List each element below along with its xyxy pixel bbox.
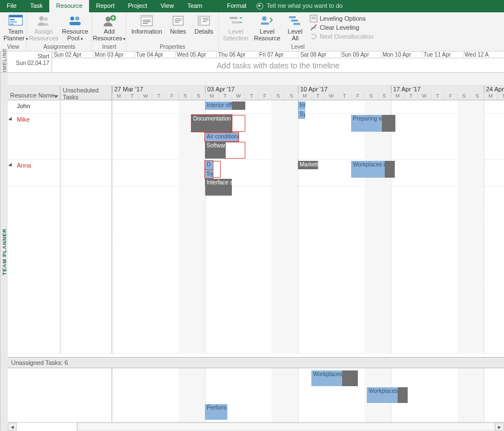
col-unscheduled[interactable]: Unscheduled Tasks — [60, 86, 112, 100]
information-button[interactable]: Information — [130, 13, 164, 35]
menu-file[interactable]: File — [0, 0, 24, 12]
task-bar[interactable]: Int — [298, 101, 305, 110]
svg-rect-32 — [293, 23, 300, 25]
resource-chart-area[interactable]: DSyInterface setupMarketiWorkplaces expo… — [112, 160, 504, 186]
menu-team[interactable]: Team — [180, 0, 209, 12]
task-bar[interactable] — [398, 387, 408, 403]
empty-row-area[interactable] — [8, 187, 504, 354]
unscheduled-cell[interactable] — [60, 160, 112, 186]
resource-chart-area[interactable]: Documentation creationAir conditionersSo… — [112, 114, 504, 159]
task-bar[interactable]: Workplaces importation — [367, 387, 398, 403]
day-letter: S — [470, 93, 484, 100]
menu-resource[interactable]: Resource — [49, 0, 89, 12]
scroll-track[interactable] — [77, 423, 495, 431]
level-all-button[interactable]: Level All — [285, 13, 305, 41]
task-bar[interactable] — [382, 115, 395, 132]
week-label: 17 Apr '17 — [391, 86, 421, 93]
timeline-start-label: Start — [8, 53, 49, 60]
task-bar[interactable]: Marketi — [298, 161, 318, 169]
level-small-buttons: Leveling Options Clear Leveling Next Ove… — [310, 13, 374, 40]
task-bar[interactable] — [225, 142, 245, 159]
svg-rect-4 — [10, 24, 13, 25]
task-bar[interactable]: Air conditioners — [205, 133, 239, 141]
timeline-placeholder[interactable]: Add tasks with dates to the timeline — [52, 58, 504, 72]
tell-me-search[interactable]: Tell me what you want to do — [253, 0, 347, 12]
day-letter: F — [258, 93, 272, 100]
resource-name-cell[interactable]: John — [8, 100, 60, 113]
resource-row[interactable]: AnnaDSyInterface setupMarketiWorkplaces … — [8, 160, 504, 187]
timeline-vert-label[interactable]: TIMELINE — [0, 52, 8, 72]
leveling-options-button[interactable]: Leveling Options — [310, 15, 374, 22]
task-bar[interactable]: Preparing workplaces — [351, 115, 382, 132]
timeline-start-block: Start Sun 02.04.17 — [8, 52, 52, 72]
svg-rect-1 — [9, 15, 22, 17]
level-resource-icon — [260, 15, 274, 27]
task-bar[interactable] — [232, 101, 245, 110]
timeline-day: Tue 04 Apr — [134, 52, 175, 58]
svg-rect-34 — [311, 17, 316, 17]
timeline-main[interactable]: Sun 02 AprMon 03 AprTue 04 AprWed 05 Apr… — [52, 52, 504, 72]
scroll-right-button[interactable]: ► — [495, 423, 504, 431]
day-letter: T — [431, 93, 444, 100]
task-bar[interactable] — [232, 115, 245, 132]
day-letter: T — [125, 93, 139, 100]
col-resource-name[interactable]: Resource Name — [8, 86, 60, 100]
resource-row[interactable]: MikeDocumentation creationAir conditione… — [8, 114, 504, 160]
day-letter: S — [457, 93, 470, 100]
menu-format[interactable]: Format — [220, 0, 253, 12]
unscheduled-cell[interactable] — [60, 100, 112, 113]
planner-timescale[interactable]: 27 Mar '1703 Apr '1710 Apr '1717 Apr '17… — [112, 86, 504, 100]
timeline-day: Fri 07 Apr — [258, 52, 298, 58]
task-bar[interactable] — [342, 370, 358, 386]
task-bar[interactable]: Interior office — [205, 101, 232, 110]
svg-rect-15 — [143, 21, 151, 22]
svg-rect-27 — [232, 21, 240, 24]
clear-leveling-button[interactable]: Clear Leveling — [310, 24, 374, 31]
task-bar[interactable]: D — [205, 161, 213, 169]
resource-name-cell[interactable]: Mike — [8, 114, 60, 159]
unassigned-body[interactable]: Workplaces preparationWorkplaces importa… — [8, 368, 504, 422]
unscheduled-cell[interactable] — [60, 114, 112, 159]
task-bar[interactable]: Workplaces preparation — [311, 370, 342, 386]
resource-pool-button[interactable]: Resource Pool▾ — [62, 13, 88, 42]
chevron-down-icon[interactable] — [54, 95, 58, 98]
resource-name-text: Mike — [17, 116, 30, 123]
task-bar[interactable]: Workplaces exportation — [351, 161, 385, 178]
clear-leveling-label: Clear Leveling — [320, 24, 359, 31]
week-label: 27 Mar '17 — [112, 86, 143, 93]
week-label: 10 Apr '17 — [298, 86, 328, 93]
menu-report[interactable]: Report — [89, 0, 121, 12]
add-resources-button[interactable]: Add Resources▾ — [96, 13, 123, 42]
resource-row[interactable]: JohnInterior officeIntSy — [8, 100, 504, 114]
collapse-icon[interactable] — [8, 163, 13, 168]
team-planner-button[interactable]: Team Planner▾ — [3, 13, 28, 42]
menu-project[interactable]: Project — [121, 0, 153, 12]
resource-name-cell[interactable]: Anna — [8, 160, 60, 186]
day-letter: W — [138, 93, 152, 100]
task-bar[interactable]: Software design — [205, 142, 225, 159]
timeline-day: Tue 11 Apr — [422, 52, 463, 58]
day-letter: F — [351, 93, 365, 100]
svg-rect-19 — [175, 20, 181, 21]
notes-button[interactable]: Notes — [168, 13, 188, 35]
unassigned-header[interactable]: Unassigned Tasks: 6 — [8, 357, 504, 368]
horizontal-scrollbar[interactable]: ◄ ► — [8, 422, 504, 431]
task-bar[interactable] — [385, 161, 395, 178]
planner-body[interactable]: JohnInterior officeIntSyMikeDocumentatio… — [8, 100, 504, 357]
level-resource-button[interactable]: Level Resource — [254, 13, 281, 41]
task-bar[interactable]: Sy — [205, 170, 213, 178]
day-letter: T — [404, 93, 417, 100]
task-bar[interactable]: Perform Initial — [205, 404, 227, 420]
resource-chart-area[interactable]: Interior officeIntSy — [112, 100, 504, 113]
menu-view[interactable]: View — [154, 0, 181, 12]
menu-task[interactable]: Task — [24, 0, 50, 12]
scroll-left-button[interactable]: ◄ — [8, 423, 17, 431]
team-planner-vert-label[interactable]: TEAM PLANNER — [0, 73, 8, 431]
timeline-day: Wed 05 Apr — [175, 52, 216, 58]
task-bar[interactable]: Documentation creation — [192, 115, 232, 132]
svg-rect-30 — [289, 16, 296, 18]
ribbon-group-level-label: Level — [222, 44, 374, 51]
collapse-icon[interactable] — [8, 117, 13, 122]
details-button[interactable]: Details — [193, 13, 215, 35]
task-bar[interactable] — [213, 161, 221, 178]
